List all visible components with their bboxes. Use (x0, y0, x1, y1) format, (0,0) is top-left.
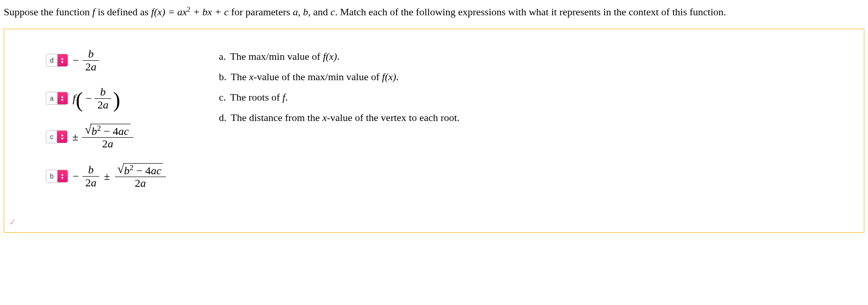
options-column: a. The max/min value of f(x). b. The x-v… (219, 48, 850, 132)
expressions-column: d − b 2a a f (46, 48, 168, 189)
option-c: c. The roots of f. (219, 91, 850, 103)
match-select-2[interactable]: a (46, 92, 68, 105)
expression-2: f ( − b 2a ) (73, 86, 120, 111)
match-select-3[interactable]: c (46, 130, 68, 143)
select-value: c (46, 131, 57, 143)
select-arrows-icon (57, 131, 67, 143)
match-row: b − b 2a ± √b2 − 4ac (46, 163, 168, 190)
select-arrows-icon (57, 170, 68, 182)
select-value: b (46, 170, 57, 182)
match-row: d − b 2a (46, 48, 168, 73)
option-b: b. The x-value of the max/min value of f… (219, 71, 850, 83)
select-arrows-icon (57, 92, 68, 104)
expression-3: ± √b2 − 4ac 2a (72, 124, 135, 150)
option-d: d. The distance from the x-value of the … (219, 112, 850, 124)
match-select-4[interactable]: b (46, 170, 68, 183)
match-row: a f ( − b 2a ) (46, 86, 168, 111)
select-value: d (46, 54, 57, 66)
match-row: c ± √b2 − 4ac 2a (46, 124, 168, 150)
check-icon: ✓ (9, 216, 17, 228)
select-arrows-icon (57, 54, 68, 66)
question-prompt: Suppose the function f is defined as f(x… (4, 4, 864, 19)
option-a: a. The max/min value of f(x). (219, 51, 850, 63)
select-value: a (46, 92, 57, 104)
matching-panel: d − b 2a a f (4, 29, 864, 233)
match-select-1[interactable]: d (46, 54, 68, 67)
expression-4: − b 2a ± √b2 − 4ac 2a (73, 163, 168, 190)
expression-1: − b 2a (73, 48, 101, 73)
